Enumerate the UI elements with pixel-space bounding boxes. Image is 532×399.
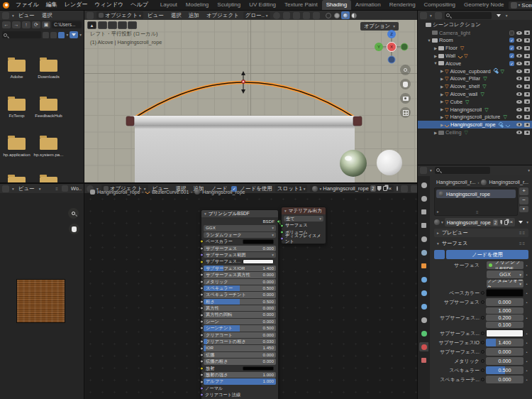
folder-item[interactable]: Downloads bbox=[32, 60, 65, 79]
keyframe-dot-icon[interactable]: • bbox=[525, 300, 528, 305]
workspace-tab-geometry-node[interactable]: Geometry Node bbox=[460, 0, 508, 10]
properties-tab-tool[interactable] bbox=[419, 180, 428, 190]
expand-arrow-icon[interactable]: ▶ bbox=[439, 84, 445, 89]
property-slider[interactable]: 0.500 bbox=[486, 366, 523, 374]
socket-green-icon[interactable] bbox=[277, 220, 280, 224]
folder-item[interactable]: Adobe bbox=[0, 60, 33, 79]
menu-レンダー[interactable]: レンダー bbox=[61, 0, 92, 10]
render-visibility-camera-icon[interactable] bbox=[524, 123, 530, 127]
menu-編集[interactable]: 編集 bbox=[43, 0, 61, 10]
render-visibility-camera-icon[interactable] bbox=[524, 92, 530, 97]
snapping-icon[interactable] bbox=[411, 185, 417, 192]
node-slider[interactable]: アルファ1.000 bbox=[204, 378, 276, 384]
keyframe-dot-icon[interactable]: • bbox=[525, 359, 528, 364]
expand-icon[interactable]: ▸ bbox=[437, 209, 439, 214]
selectability-checkbox[interactable]: ✓ bbox=[509, 45, 514, 50]
outliner-row[interactable]: ▶▽Cube▽ bbox=[418, 98, 532, 106]
use-nodes-button[interactable]: ノードを使用 bbox=[446, 250, 528, 259]
visibility-eye-icon[interactable] bbox=[516, 62, 522, 65]
property-dropdown[interactable]: GGX bbox=[487, 270, 523, 278]
visibility-eye-icon[interactable] bbox=[516, 131, 522, 134]
slot-selector[interactable]: スロット1 ▾ bbox=[275, 185, 308, 192]
remove-slot-button[interactable]: − bbox=[519, 197, 528, 204]
socket-gray-icon[interactable] bbox=[481, 359, 484, 363]
node-vector-dropdown[interactable]: サブサーフェス範囲▾ bbox=[204, 252, 276, 258]
socket-gray-icon[interactable] bbox=[200, 313, 204, 317]
breadcrumb-item[interactable]: Hangingscroll_rope bbox=[97, 190, 140, 195]
visibility-eye-icon[interactable] bbox=[516, 100, 522, 104]
breadcrumb-item[interactable]: BezierCurve.001 bbox=[152, 190, 189, 195]
socket-gray-icon[interactable] bbox=[200, 373, 204, 377]
navigation-axis-gizmo[interactable]: Z Y X bbox=[370, 26, 413, 68]
filter-button[interactable] bbox=[70, 31, 78, 38]
outliner-filter-button[interactable] bbox=[494, 12, 503, 19]
material-slot-item[interactable]: Hangingscroll_rope bbox=[436, 190, 516, 198]
socket-gray-icon[interactable] bbox=[200, 346, 204, 350]
expand-arrow-icon[interactable]: ▶ bbox=[433, 131, 438, 135]
menu-view[interactable]: ビュー bbox=[17, 185, 36, 192]
render-visibility-camera-icon[interactable] bbox=[524, 69, 530, 73]
scene-selector[interactable]: ▾ Scene × bbox=[509, 1, 532, 9]
preview-panel-header[interactable]: ▸ プレビュー ≡≡ bbox=[434, 229, 528, 237]
color-swatch[interactable] bbox=[243, 239, 274, 244]
selectability-checkbox[interactable]: ✓ bbox=[509, 38, 514, 43]
node-dropdown[interactable]: GGX▾ bbox=[204, 225, 276, 231]
parent-node-tree-icon[interactable] bbox=[401, 185, 408, 192]
pin-icon[interactable] bbox=[397, 186, 398, 191]
visibility-eye-icon[interactable] bbox=[516, 92, 522, 96]
visibility-eye-icon[interactable] bbox=[516, 108, 522, 111]
breadcrumb-material[interactable]: Hangingscroll_r... bbox=[489, 179, 528, 185]
node-slider[interactable]: サブサーフェス異方性0.000 bbox=[204, 272, 276, 278]
outliner-row[interactable]: ▶▽Alcove_Pillar▽ bbox=[418, 75, 532, 83]
visibility-eye-icon[interactable] bbox=[516, 77, 522, 80]
socket-gray-icon[interactable] bbox=[200, 273, 204, 277]
node-color-row[interactable]: 放射 bbox=[204, 366, 276, 371]
new-material-icon[interactable] bbox=[504, 220, 507, 225]
menu-選択[interactable]: 選択 bbox=[40, 12, 54, 19]
node-slider[interactable]: 伝播0.000 bbox=[204, 352, 276, 358]
path-field[interactable]: C:\Users... bbox=[52, 21, 82, 28]
unlink-icon[interactable]: × bbox=[389, 186, 392, 192]
socket-gray-icon[interactable] bbox=[481, 368, 484, 372]
node-slider[interactable]: クリアコート0.000 bbox=[204, 332, 276, 338]
folder-item[interactable]: hp.application bbox=[0, 138, 33, 157]
property-slider[interactable]: 0.000 bbox=[486, 298, 523, 306]
outliner-row[interactable]: ▶▽Hangingscroll_picture▽ bbox=[418, 114, 532, 121]
render-visibility-camera-icon[interactable] bbox=[524, 61, 530, 65]
color-swatch[interactable] bbox=[243, 366, 274, 371]
properties-tab-world[interactable] bbox=[419, 248, 428, 257]
socket-green-icon[interactable] bbox=[280, 230, 284, 234]
socket-gray-icon[interactable] bbox=[200, 320, 204, 324]
visibility-eye-icon[interactable] bbox=[516, 54, 522, 58]
socket-gray-icon[interactable] bbox=[200, 266, 204, 270]
outliner-row[interactable]: ▼Alcove✓ bbox=[418, 60, 532, 67]
node-header[interactable]: ▾ プリンシプルBSDF bbox=[201, 210, 278, 217]
socket-gray-icon[interactable] bbox=[481, 341, 484, 344]
visibility-eye-icon[interactable] bbox=[516, 70, 522, 73]
folder-item[interactable]: FcTemp bbox=[0, 99, 33, 118]
color-swatch[interactable] bbox=[243, 259, 274, 264]
socket-purple-icon[interactable] bbox=[200, 386, 204, 390]
properties-search-input[interactable] bbox=[435, 167, 490, 174]
render-visibility-camera-icon[interactable] bbox=[524, 131, 530, 135]
node-slider[interactable]: シーン0.000 bbox=[204, 319, 276, 324]
properties-tab-modifiers[interactable] bbox=[419, 275, 428, 284]
expand-arrow-icon[interactable]: ▼ bbox=[426, 38, 432, 43]
node-slider[interactable]: 伝播の粗さ0.000 bbox=[204, 359, 276, 364]
socket-gray-icon[interactable] bbox=[200, 287, 204, 290]
unlink-icon[interactable]: × bbox=[510, 219, 514, 225]
properties-tab-particles[interactable] bbox=[419, 288, 428, 297]
new-folder-button[interactable]: ▣ bbox=[42, 21, 50, 28]
property-slider[interactable]: 1.400 bbox=[486, 339, 523, 346]
detail-view-icon[interactable] bbox=[50, 32, 57, 38]
keyframe-dot-icon[interactable]: • bbox=[525, 350, 528, 354]
zoom-gizmo[interactable] bbox=[400, 65, 411, 75]
cursor-tool-button[interactable] bbox=[128, 21, 137, 29]
select-box-tool-button[interactable] bbox=[98, 21, 107, 29]
select-lasso-tool-button[interactable] bbox=[118, 21, 127, 29]
visibility-eye-icon[interactable] bbox=[516, 46, 522, 50]
users-count-badge[interactable]: 2 bbox=[370, 185, 376, 192]
socket-gray-icon[interactable] bbox=[200, 380, 204, 383]
keyframe-dot-icon[interactable]: • bbox=[525, 282, 528, 286]
thumbnail-view-icon[interactable] bbox=[58, 32, 65, 38]
